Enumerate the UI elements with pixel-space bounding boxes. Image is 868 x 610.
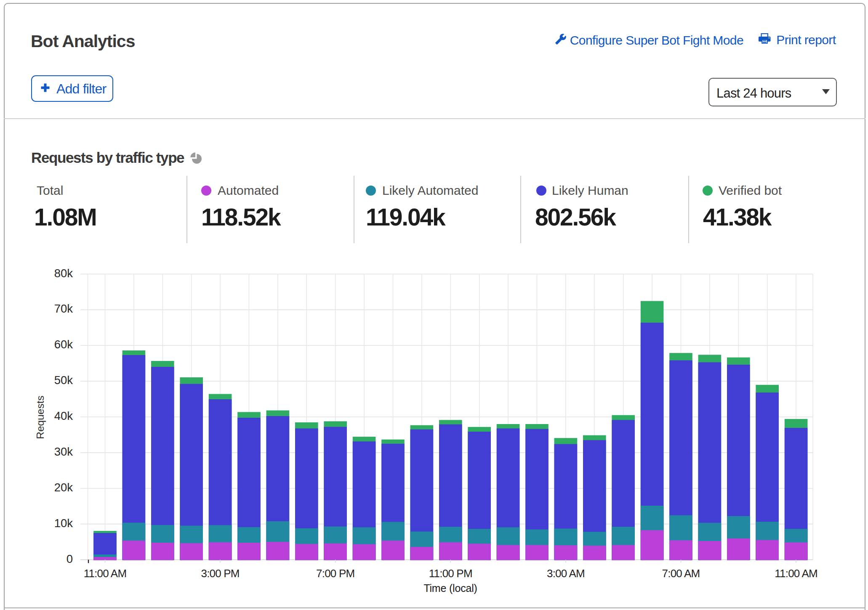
svg-text:3:00 AM: 3:00 AM <box>547 567 585 580</box>
svg-text:11:00 AM: 11:00 AM <box>84 567 127 580</box>
svg-text:70k: 70k <box>54 302 73 315</box>
svg-text:40k: 40k <box>54 409 73 422</box>
svg-text:0: 0 <box>67 552 73 565</box>
svg-text:10k: 10k <box>54 517 73 530</box>
svg-text:20k: 20k <box>54 481 73 494</box>
svg-text:50k: 50k <box>54 374 73 387</box>
svg-text:60k: 60k <box>54 338 73 351</box>
svg-text:Time (local): Time (local) <box>423 582 477 594</box>
svg-text:80k: 80k <box>54 267 73 280</box>
svg-text:7:00 PM: 7:00 PM <box>316 567 354 580</box>
svg-text:Requests: Requests <box>35 395 46 439</box>
svg-text:11:00 AM: 11:00 AM <box>775 567 817 580</box>
svg-text:3:00 PM: 3:00 PM <box>201 567 239 580</box>
svg-text:11:00 PM: 11:00 PM <box>429 567 472 580</box>
svg-text:30k: 30k <box>54 445 73 458</box>
svg-text:7:00 AM: 7:00 AM <box>662 567 700 580</box>
